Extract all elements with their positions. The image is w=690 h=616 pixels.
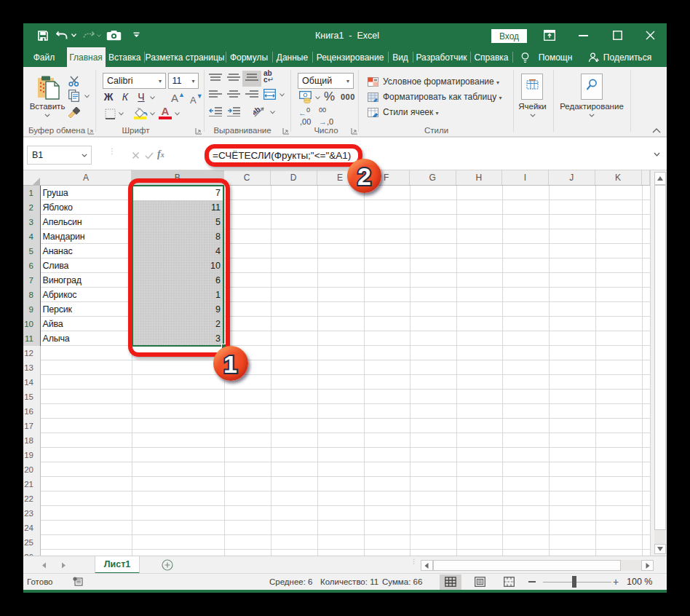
- svg-text:2: 2: [357, 162, 371, 190]
- svg-text:1: 1: [223, 350, 237, 378]
- svg-text:ab: ab: [253, 106, 261, 117]
